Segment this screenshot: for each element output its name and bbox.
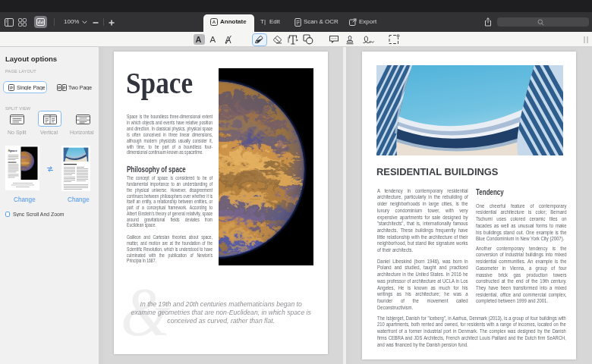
svg-text:Space: Space	[8, 149, 18, 152]
svg-text:A: A	[213, 20, 216, 24]
svg-text:P: P	[58, 85, 61, 89]
svg-text:P: P	[63, 85, 66, 89]
svg-text:P: P	[10, 85, 13, 89]
